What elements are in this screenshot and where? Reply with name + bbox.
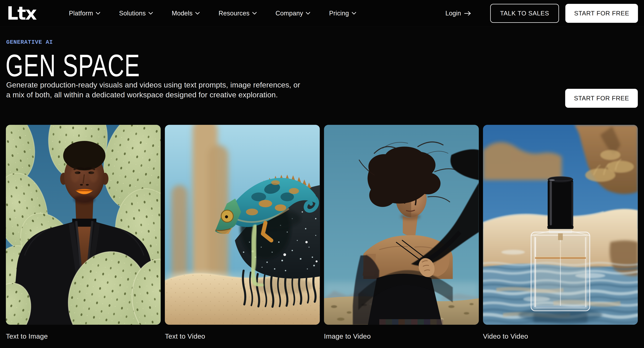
chevron-down-icon [352, 12, 356, 15]
hero-description: Generate production-ready visuals and vi… [6, 80, 301, 100]
eyebrow-label: GENERATIVE AI [6, 39, 53, 45]
card-text-to-image[interactable]: Text to Image [6, 125, 161, 340]
card-image[interactable] [483, 125, 638, 325]
frame-artifact-strip [379, 319, 443, 325]
nav-item-label: Platform [69, 10, 93, 17]
card-video-to-video[interactable]: Video to Video [483, 125, 638, 340]
ltx-logo[interactable]: Ltx [7, 4, 36, 22]
text-to-image-thumbnail [6, 125, 161, 325]
talk-to-sales-button[interactable]: TALK TO SALES [490, 4, 559, 23]
login-link[interactable]: Login [446, 10, 472, 17]
chevron-down-icon [96, 12, 100, 15]
start-for-free-button[interactable]: START FOR FREE [565, 4, 638, 23]
nav-item-resources[interactable]: Resources [218, 10, 256, 17]
card-image-to-video[interactable]: Image to Video [324, 125, 479, 340]
card-image[interactable] [165, 125, 320, 325]
arrow-right-icon [464, 11, 472, 16]
chevron-down-icon [306, 12, 310, 15]
card-label: Image to Video [324, 333, 479, 340]
nav-item-company[interactable]: Company [276, 10, 310, 17]
nav-item-label: Solutions [119, 10, 146, 17]
page-title: GEN SPACE [6, 50, 190, 81]
card-label: Text to Video [165, 333, 320, 340]
generation-mode-cards: Text to Image [6, 125, 638, 340]
chevron-down-icon [195, 12, 200, 15]
main-menu: Platform Solutions Models Resources Comp… [69, 10, 356, 17]
card-text-to-video[interactable]: Text to Video [165, 125, 320, 340]
chevron-down-icon [148, 12, 153, 15]
nav-item-label: Pricing [329, 10, 349, 17]
nav-item-pricing[interactable]: Pricing [329, 10, 356, 17]
video-to-video-thumbnail [483, 125, 638, 325]
nav-actions: Login TALK TO SALES START FOR FREE [446, 4, 638, 23]
login-label: Login [446, 10, 461, 17]
nav-item-models[interactable]: Models [172, 10, 200, 17]
card-image[interactable] [324, 125, 479, 325]
nav-item-solutions[interactable]: Solutions [119, 10, 153, 17]
nav-item-label: Company [276, 10, 303, 17]
nav-item-label: Models [172, 10, 192, 17]
top-navigation: Ltx Platform Solutions Models Resources … [0, 0, 644, 27]
nav-item-label: Resources [218, 10, 250, 17]
card-label: Video to Video [483, 333, 638, 340]
nav-item-platform[interactable]: Platform [69, 10, 100, 17]
image-to-video-thumbnail [324, 125, 479, 325]
text-to-video-thumbnail [165, 125, 320, 325]
card-label: Text to Image [6, 333, 161, 340]
chevron-down-icon [252, 12, 257, 15]
card-image[interactable] [6, 125, 161, 325]
hero-start-for-free-button[interactable]: START FOR FREE [565, 89, 638, 108]
